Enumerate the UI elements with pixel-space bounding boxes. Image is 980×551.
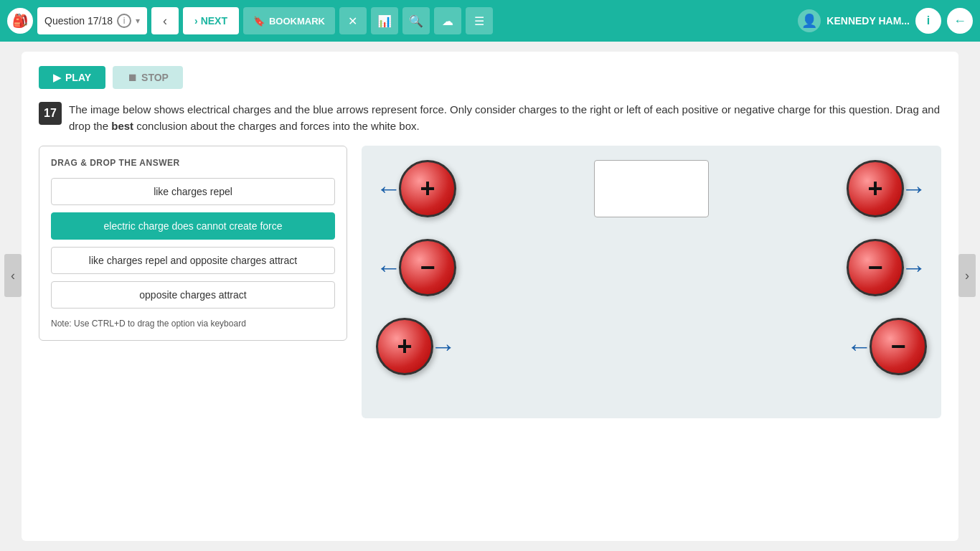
charge-circle-plus-left-3: + <box>376 318 433 375</box>
question-text: The image below shows electrical charges… <box>69 102 941 134</box>
drag-option-2[interactable]: electric charge does cannot create force <box>51 212 335 240</box>
charges-row-3: + → ← − <box>376 318 927 375</box>
drag-drop-container: DRAG & DROP THE ANSWER like charges repe… <box>39 146 941 418</box>
left-charge-group-3: + → <box>376 318 456 375</box>
topbar: 🎒 Question 17/18 i ▾ ‹ › NEXT 🔖 BOOKMARK… <box>0 0 980 42</box>
info-icon[interactable]: i <box>117 14 131 28</box>
accessibility-button[interactable]: i <box>915 8 941 34</box>
right-charge-group-1: + → <box>847 160 927 217</box>
charge-circle-minus-left-2: − <box>399 239 456 296</box>
user-avatar: 👤 <box>798 9 821 32</box>
charges-row-2: ← − − → <box>376 239 927 296</box>
question-label: Question 17/18 <box>44 15 113 27</box>
left-charge-group-2: ← − <box>376 239 456 296</box>
drag-drop-title: DRAG & DROP THE ANSWER <box>51 158 335 168</box>
logo-icon: 🎒 <box>7 8 33 34</box>
play-icon: ▶ <box>53 72 61 83</box>
bookmark-icon: 🔖 <box>253 16 265 27</box>
physics-panel: ← + + → ← − <box>362 146 941 418</box>
stop-button[interactable]: ⏹ STOP <box>113 66 183 89</box>
spacer-row3 <box>594 318 709 375</box>
drag-option-1[interactable]: like charges repel <box>51 178 335 205</box>
right-charge-group-3: ← − <box>847 318 927 375</box>
charges-row-1: ← + + → <box>376 160 927 217</box>
next-button[interactable]: › NEXT <box>183 7 239 34</box>
drop-box[interactable] <box>594 160 709 217</box>
keyboard-note: Note: Use CTRL+D to drag the option via … <box>51 319 335 329</box>
stop-icon: ⏹ <box>127 72 137 83</box>
question-row: 17 The image below shows electrical char… <box>39 102 941 134</box>
bookmark-button[interactable]: 🔖 BOOKMARK <box>243 7 335 34</box>
main-content: ▶ PLAY ⏹ STOP 17 The image below shows e… <box>22 52 958 541</box>
exit-button[interactable]: ← <box>947 8 973 34</box>
arrow-left-icon-2: ← <box>376 253 402 283</box>
charge-circle-plus-right-1: + <box>847 160 904 217</box>
charge-circle-minus-right-2: − <box>847 239 904 296</box>
charge-circle-minus-right-3: − <box>870 318 927 375</box>
play-stop-row: ▶ PLAY ⏹ STOP <box>39 66 941 89</box>
question-number: 17 <box>39 102 62 125</box>
next-arrow-icon: › <box>194 15 198 27</box>
arrow-left-icon-1: ← <box>376 174 402 204</box>
left-charge-group-1: ← + <box>376 160 456 217</box>
spacer-row2 <box>594 239 709 296</box>
charge-circle-plus-left-1: + <box>399 160 456 217</box>
arrow-left-icon-3: ← <box>847 331 872 362</box>
arrow-right-icon-3: → <box>430 331 456 362</box>
chart-button[interactable]: 📊 <box>371 7 398 34</box>
arrow-right-icon-2: → <box>901 253 927 283</box>
drag-drop-panel: DRAG & DROP THE ANSWER like charges repe… <box>39 146 347 341</box>
drag-option-4[interactable]: opposite charges attract <box>51 281 335 309</box>
charges-grid: ← + + → ← − <box>376 160 927 375</box>
side-prev-button[interactable]: ‹ <box>4 254 22 297</box>
chevron-down-icon[interactable]: ▾ <box>136 16 140 26</box>
arrow-right-icon-1: → <box>901 174 927 204</box>
side-next-button[interactable]: › <box>958 254 976 297</box>
question-nav: Question 17/18 i ▾ <box>37 7 147 34</box>
close-button[interactable]: ✕ <box>339 7 367 34</box>
drag-option-3[interactable]: like charges repel and opposite charges … <box>51 247 335 274</box>
prev-button[interactable]: ‹ <box>151 7 179 34</box>
search-button[interactable]: 🔍 <box>402 7 430 34</box>
play-button[interactable]: ▶ PLAY <box>39 66 105 89</box>
user-name: KENNEDY HAM... <box>826 15 910 27</box>
cloud-button[interactable]: ☁ <box>434 7 461 34</box>
right-charge-group-2: − → <box>847 239 927 296</box>
menu-button[interactable]: ☰ <box>466 7 493 34</box>
user-section: 👤 KENNEDY HAM... i ← <box>798 8 973 34</box>
